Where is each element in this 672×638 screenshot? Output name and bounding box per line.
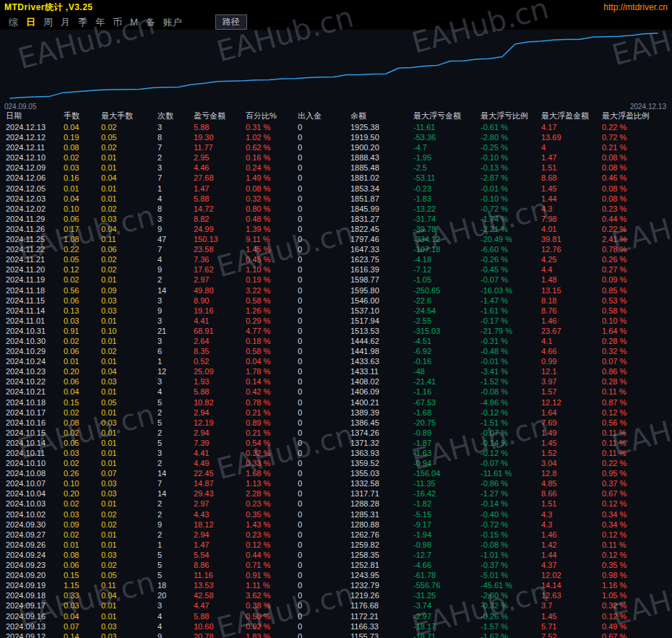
table-row[interactable]: 2024.12.020.100.02814.720.80 %01845.99-1… <box>0 204 672 214</box>
cell-max-float-profit: 4.25 <box>541 254 602 264</box>
cell-profit: 25.09 <box>194 366 246 376</box>
table-row[interactable]: 2024.10.110.030.0134.410.32 %01363.93-1.… <box>0 448 672 458</box>
cell-max-float-loss: -53.11 <box>413 173 481 183</box>
table-row[interactable]: 2024.09.260.010.0111.470.12 %01259.82-0.… <box>0 540 672 550</box>
cell-percent: 0.14 % <box>246 376 298 387</box>
cell-profit: 29.43 <box>194 488 246 499</box>
table-row[interactable]: 2024.10.070.100.03714.871.13 %01332.58-1… <box>0 478 672 488</box>
table-row[interactable]: 2024.10.240.010.0110.520.04 %01433.63-0.… <box>0 356 672 366</box>
menu-item-week[interactable]: 周 <box>43 15 53 30</box>
table-row[interactable]: 2024.11.190.020.0122.970.19 %01598.77-1.… <box>0 275 672 285</box>
table-row[interactable]: 2024.10.230.200.041225.091.78 %01433.11-… <box>0 366 672 376</box>
table-row[interactable]: 2024.11.220.220.06723.581.45 %01647.33-1… <box>0 244 672 254</box>
table-row[interactable]: 2024.12.130.040.0235.880.31 %01925.38-11… <box>0 122 672 132</box>
table-row[interactable]: 2024.09.130.070.03410.600.92 %01166.33-1… <box>0 621 672 631</box>
cell-deposit: 0 <box>298 173 350 183</box>
cell-count: 7 <box>158 173 194 183</box>
table-row[interactable]: 2024.09.170.030.0134.470.38 %01176.68-3.… <box>0 600 672 611</box>
cell-max-float-profit: 7.69 <box>541 418 602 428</box>
table-row[interactable]: 2024.11.290.060.0338.820.48 %01831.27-31… <box>0 214 672 224</box>
cell-percent: 1.26 % <box>246 306 298 316</box>
menu-item-m[interactable]: M <box>130 15 138 30</box>
cell-percent: 0.23 % <box>246 499 298 509</box>
table-row[interactable]: 2024.12.090.030.0134.460.24 %01885.48-2.… <box>0 163 672 173</box>
table-row[interactable]: 2024.10.100.020.0124.490.33 %01359.52-0.… <box>0 458 672 468</box>
cell-percent: 1.43 % <box>246 520 298 530</box>
table-row[interactable]: 2024.09.270.020.0122.940.23 %01262.76-1.… <box>0 530 672 540</box>
table-row[interactable]: 2024.09.230.060.0258.860.71 %01252.81-4.… <box>0 560 672 570</box>
table-row[interactable]: 2024.11.251.080.1147150.139.11 %01797.46… <box>0 234 672 244</box>
table-row[interactable]: 2024.10.290.060.0268.350.58 %01441.98-6.… <box>0 346 672 356</box>
table-row[interactable]: 2024.11.200.120.02917.621.10 %01616.39-7… <box>0 264 672 275</box>
table-row[interactable]: 2024.11.210.050.0247.360.45 %01623.75-4.… <box>0 254 672 264</box>
cell-max-float-profit: 7.52 <box>541 631 602 638</box>
menu-item-day[interactable]: 日 <box>26 15 35 30</box>
cell-deposit: 0 <box>298 387 350 397</box>
table-row[interactable]: 2024.10.180.150.05510.820.78 %01400.21-6… <box>0 397 672 408</box>
table-row[interactable]: 2024.11.010.030.0134.410.29 %01517.94-2.… <box>0 316 672 326</box>
table-row[interactable]: 2024.10.210.040.0145.880.42 %01406.09-1.… <box>0 387 672 397</box>
table-row[interactable]: 2024.09.160.040.0145.880.50 %01172.21-2.… <box>0 611 672 621</box>
table-row[interactable]: 2024.10.310.910.102168.914.77 %01513.53-… <box>0 326 672 336</box>
table-row[interactable]: 2024.10.030.020.0122.970.23 %01288.28-1.… <box>0 499 672 509</box>
table-row[interactable]: 2024.12.110.080.02711.770.62 %01900.20-4… <box>0 142 672 152</box>
cell-max-float-loss-ratio: -0.10 % <box>481 194 541 204</box>
table-row[interactable]: 2024.12.060.160.04727.681.49 %01881.02-5… <box>0 173 672 183</box>
table-row[interactable]: 2024.11.150.060.0338.900.58 %01546.00-22… <box>0 296 672 306</box>
table-row[interactable]: 2024.12.050.010.0111.470.08 %01853.34-0.… <box>0 184 672 194</box>
menu-item-account[interactable]: 账户 <box>163 15 182 30</box>
cell-deposit: 0 <box>298 356 350 366</box>
cell-date: 2024.10.11 <box>6 448 64 458</box>
menu-item-month[interactable]: 月 <box>61 15 70 30</box>
cell-lots: 0.02 <box>64 408 101 418</box>
table-row[interactable]: 2024.10.020.030.0224.430.35 %01285.31-5.… <box>0 509 672 520</box>
table-row[interactable]: 2024.10.140.050.0157.390.54 %01371.32-1.… <box>0 438 672 448</box>
cell-percent: 0.89 % <box>246 418 298 428</box>
menu-item-backup[interactable]: 备 <box>146 15 155 30</box>
cell-deposit: 0 <box>298 122 350 132</box>
table-row[interactable]: 2024.10.170.020.0122.940.21 %01389.39-1.… <box>0 408 672 418</box>
table-row[interactable]: 2024.12.100.020.0122.950.16 %01888.43-1.… <box>0 152 672 163</box>
table-row[interactable]: 2024.10.300.020.0132.640.18 %01444.62-4.… <box>0 336 672 346</box>
cell-balance: 1252.81 <box>350 560 413 570</box>
cell-lots: 1.08 <box>64 234 101 244</box>
table-row[interactable]: 2024.09.180.330.042042.583.62 %01219.26-… <box>0 590 672 600</box>
menu-item-year[interactable]: 年 <box>95 15 105 30</box>
app-url-link[interactable]: http://mtdriver.cn <box>603 2 668 12</box>
table-row[interactable]: 2024.09.240.080.0355.540.44 %01258.35-12… <box>0 550 672 560</box>
cell-profit: 4.41 <box>194 316 246 326</box>
cell-max-float-loss-ratio: -0.01 % <box>481 356 541 366</box>
menu-item-quarter[interactable]: 季 <box>78 15 87 30</box>
table-row[interactable]: 2024.10.220.060.0331.930.14 %01408.02-21… <box>0 376 672 387</box>
table-row[interactable]: 2024.10.160.080.03512.190.89 %01386.45-2… <box>0 418 672 428</box>
menu-item-currency[interactable]: 币 <box>113 15 122 30</box>
table-row[interactable]: 2024.09.300.090.02918.121.43 %01280.88-9… <box>0 520 672 530</box>
table-row[interactable]: 2024.11.260.170.04924.991.39 %01822.45-3… <box>0 224 672 234</box>
table-row[interactable]: 2024.10.080.260.071422.451.68 %01355.03-… <box>0 468 672 478</box>
cell-lots: 0.01 <box>64 356 101 366</box>
table-row[interactable]: 2024.09.120.140.03920.781.83 %01155.73-1… <box>0 631 672 638</box>
cell-balance: 1822.45 <box>350 224 413 234</box>
equity-chart: 024.09.05 2024.12.13 <box>0 30 672 111</box>
table-row[interactable]: 2024.11.140.130.03919.161.26 %01537.10-2… <box>0 306 672 316</box>
cell-count: 7 <box>158 478 194 488</box>
cell-max-float-loss: -20.75 <box>413 418 481 428</box>
cell-max-lots: 0.05 <box>101 397 158 408</box>
table-row[interactable]: 2024.10.040.200.031429.432.28 %01317.71-… <box>0 488 672 499</box>
equity-line <box>10 33 658 98</box>
table-row[interactable]: 2024.12.030.040.0145.880.32 %01851.87-1.… <box>0 194 672 204</box>
table-row[interactable]: 2024.11.180.560.091449.803.22 %01595.80-… <box>0 285 672 296</box>
cell-deposit: 0 <box>298 397 350 408</box>
cell-date: 2024.11.15 <box>6 296 64 306</box>
table-row[interactable]: 2024.10.150.020.0122.940.21 %01374.26-0.… <box>0 428 672 438</box>
table-row[interactable]: 2024.12.120.190.05819.301.02 %01919.50-5… <box>0 132 672 142</box>
table-row[interactable]: 2024.09.191.150.111813.531.11 %01232.79-… <box>0 580 672 590</box>
menu-item-summary[interactable]: 综 <box>9 15 18 30</box>
path-button[interactable]: 路径 <box>215 14 247 30</box>
table-row[interactable]: 2024.09.200.150.05511.160.91 %01243.95-6… <box>0 570 672 580</box>
cell-balance: 1881.02 <box>350 173 413 183</box>
cell-lots: 0.20 <box>64 488 101 499</box>
cell-max-float-loss-ratio: -2.21 % <box>481 224 541 234</box>
cell-percent: 0.12 % <box>246 540 298 550</box>
cell-count: 5 <box>158 418 194 428</box>
